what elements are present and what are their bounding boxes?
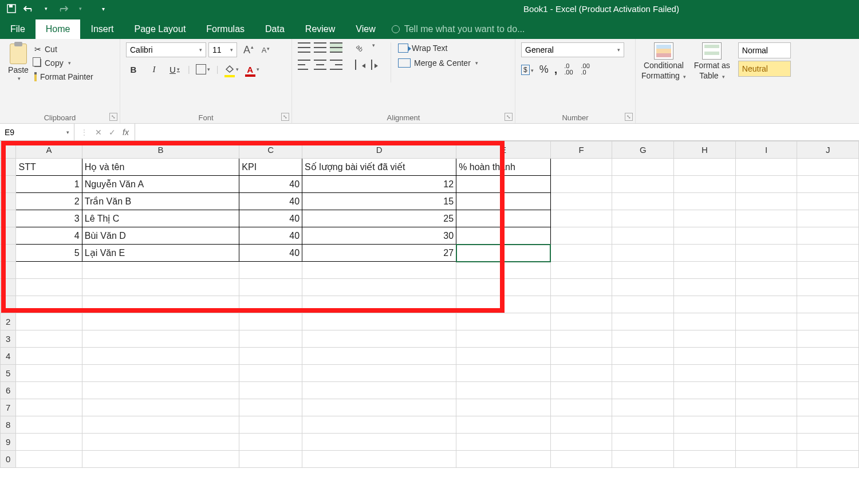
cell[interactable] [456, 451, 551, 468]
italic-button[interactable]: I [147, 62, 161, 77]
cell[interactable] [550, 210, 612, 227]
cell[interactable]: 12 [302, 176, 456, 193]
cell[interactable] [735, 365, 797, 382]
cell[interactable] [612, 245, 674, 262]
cell[interactable]: 15 [302, 193, 456, 210]
align-right-button[interactable] [330, 60, 342, 70]
cell[interactable] [82, 365, 239, 382]
cell[interactable] [735, 451, 797, 468]
cell[interactable]: 4 [16, 227, 82, 245]
cell[interactable] [550, 227, 612, 245]
cell[interactable] [239, 382, 302, 399]
cell[interactable] [612, 313, 674, 330]
cell[interactable] [612, 159, 674, 176]
cell[interactable] [302, 365, 456, 382]
cell[interactable] [612, 193, 674, 210]
col-header-A[interactable]: A [16, 141, 82, 159]
cell[interactable] [612, 330, 674, 348]
cell[interactable] [456, 313, 551, 330]
cell[interactable]: 5 [16, 245, 82, 262]
cell[interactable] [239, 416, 302, 434]
cell[interactable] [16, 434, 82, 451]
paste-button[interactable]: Paste ▾ [6, 42, 31, 81]
cell[interactable]: Lê Thị C [82, 210, 239, 227]
cell[interactable] [239, 434, 302, 451]
bold-button[interactable]: B [126, 62, 141, 77]
cell[interactable] [302, 416, 456, 434]
undo-more-icon[interactable]: ▾ [40, 3, 52, 14]
row-header[interactable]: 9 [1, 434, 16, 451]
cell[interactable] [735, 159, 797, 176]
cell[interactable] [16, 279, 82, 296]
cell[interactable] [674, 451, 736, 468]
cell[interactable]: 27 [302, 245, 456, 262]
cell[interactable] [456, 330, 551, 348]
font-size-dropdown[interactable]: 11▾ [208, 42, 237, 57]
cell[interactable]: 2 [16, 193, 82, 210]
dialog-launcher-icon[interactable]: ⤡ [505, 113, 513, 121]
redo-icon[interactable] [57, 3, 69, 14]
cell[interactable] [16, 416, 82, 434]
enter-formula-button[interactable]: ✓ [109, 128, 116, 137]
qat-customize-icon[interactable]: ▾ [97, 3, 109, 14]
conditional-formatting-button[interactable]: Conditional Formatting ▾ [641, 42, 686, 80]
row-header[interactable]: 5 [1, 365, 16, 382]
dialog-launcher-icon[interactable]: ⤡ [109, 113, 117, 121]
cell[interactable]: 40 [239, 176, 302, 193]
cell[interactable] [674, 227, 736, 245]
cell[interactable] [674, 296, 736, 313]
cell[interactable]: 1 [16, 176, 82, 193]
cancel-formula-button[interactable]: ✕ [95, 128, 102, 137]
col-header-G[interactable]: G [612, 141, 674, 159]
cell[interactable] [82, 451, 239, 468]
cell[interactable] [612, 279, 674, 296]
cell[interactable] [16, 262, 82, 279]
cell[interactable] [612, 365, 674, 382]
cell-style-normal[interactable]: Normal [738, 42, 791, 58]
cell[interactable] [82, 434, 239, 451]
col-header-D[interactable]: D [302, 141, 456, 159]
cell[interactable] [550, 313, 612, 330]
cell[interactable]: KPI [239, 159, 302, 176]
cell[interactable] [550, 330, 612, 348]
cell[interactable] [456, 176, 551, 193]
cell[interactable] [16, 451, 82, 468]
cell[interactable] [550, 279, 612, 296]
cell[interactable] [797, 210, 859, 227]
row-header[interactable] [1, 176, 16, 193]
cell[interactable] [550, 416, 612, 434]
cell[interactable] [674, 279, 736, 296]
number-format-dropdown[interactable]: General▾ [521, 42, 624, 57]
cell[interactable]: Lại Văn E [82, 245, 239, 262]
cell[interactable] [612, 210, 674, 227]
cell[interactable]: 40 [239, 245, 302, 262]
redo-more-icon[interactable]: ▾ [74, 3, 86, 14]
cell[interactable] [82, 296, 239, 313]
cell[interactable] [82, 313, 239, 330]
increase-decimal-button[interactable]: .0.00 [563, 62, 574, 77]
cell[interactable] [674, 262, 736, 279]
col-header-H[interactable]: H [674, 141, 736, 159]
col-header-I[interactable]: I [735, 141, 797, 159]
cell[interactable]: STT [16, 159, 82, 176]
cell[interactable] [456, 434, 551, 451]
col-header-F[interactable]: F [550, 141, 612, 159]
cell[interactable] [550, 296, 612, 313]
fill-color-button[interactable]: ▾ [224, 62, 239, 77]
cell[interactable] [302, 451, 456, 468]
cell[interactable] [735, 210, 797, 227]
cell[interactable] [612, 348, 674, 365]
cell[interactable] [735, 330, 797, 348]
cell[interactable] [550, 193, 612, 210]
col-header-B[interactable]: B [82, 141, 239, 159]
cell[interactable] [550, 176, 612, 193]
cell[interactable] [674, 365, 736, 382]
cell[interactable] [550, 365, 612, 382]
cell[interactable] [302, 348, 456, 365]
cell[interactable] [82, 382, 239, 399]
cell[interactable] [456, 262, 551, 279]
row-header[interactable] [1, 296, 16, 313]
decrease-indent-button[interactable] [355, 60, 368, 70]
col-header-E[interactable]: E [456, 141, 551, 159]
cell[interactable] [797, 330, 859, 348]
